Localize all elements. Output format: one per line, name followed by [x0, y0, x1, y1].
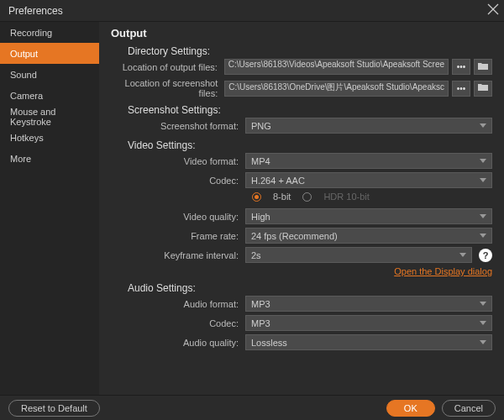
screenshot-path-label: Location of screenshot files:: [111, 78, 224, 98]
sidebar-item-recording[interactable]: Recording: [0, 22, 99, 43]
audio-quality-select[interactable]: Lossless: [245, 334, 492, 350]
sidebar-item-label: Recording: [10, 28, 52, 38]
output-path-browse-button[interactable]: [474, 59, 492, 75]
video-quality-select[interactable]: High: [245, 208, 492, 224]
output-path-more-button[interactable]: •••: [452, 59, 470, 75]
sidebar-item-output[interactable]: Output: [0, 43, 99, 64]
keyframe-label: Keyframe interval:: [111, 250, 245, 260]
main-panel: Output Directory Settings: Location of o…: [99, 22, 504, 395]
sidebar-item-mouse[interactable]: Mouse and Keystroke: [0, 106, 99, 127]
video-codec-select[interactable]: H.264 + AAC: [245, 172, 492, 188]
help-icon: ?: [483, 250, 489, 260]
sidebar-item-label: Hotkeys: [10, 133, 44, 143]
video-codec-label: Codec:: [111, 176, 245, 186]
sidebar-item-camera[interactable]: Camera: [0, 85, 99, 106]
reset-button[interactable]: Reset to Default: [8, 400, 100, 417]
video-quality-label: Video quality:: [111, 212, 245, 222]
ok-button[interactable]: OK: [386, 400, 435, 417]
bitdepth-8bit-label: 8-bit: [273, 192, 291, 202]
bitdepth-8bit-radio[interactable]: [252, 192, 261, 202]
audio-quality-label: Audio quality:: [111, 338, 245, 348]
cancel-button[interactable]: Cancel: [442, 400, 496, 417]
audio-format-select[interactable]: MP3: [245, 296, 492, 312]
sidebar-item-hotkeys[interactable]: Hotkeys: [0, 127, 99, 148]
sidebar-item-more[interactable]: More: [0, 148, 99, 169]
close-icon[interactable]: [487, 2, 499, 19]
titlebar: Preferences: [0, 0, 504, 22]
keyframe-select[interactable]: 2s: [245, 247, 472, 263]
window-title: Preferences: [8, 5, 63, 17]
sidebar-item-sound[interactable]: Sound: [0, 64, 99, 85]
output-path-label: Location of output files:: [111, 62, 224, 72]
section-screenshot-title: Screenshot Settings:: [111, 104, 492, 116]
section-audio-title: Audio Settings:: [111, 282, 492, 294]
bitdepth-hdr-label: HDR 10-bit: [323, 192, 369, 202]
screenshot-path-more-button[interactable]: •••: [452, 81, 470, 97]
frame-rate-label: Frame rate:: [111, 231, 245, 241]
screenshot-path-field[interactable]: C:\Users\86183\OneDrive\图片\Apeaksoft Stu…: [224, 81, 449, 97]
sidebar-item-label: More: [10, 154, 31, 164]
output-path-field[interactable]: C:\Users\86183\Videos\Apeaksoft Studio\A…: [224, 59, 449, 75]
folder-icon: [478, 62, 488, 72]
sidebar-item-label: Sound: [10, 70, 37, 80]
audio-codec-select[interactable]: MP3: [245, 315, 492, 331]
video-format-select[interactable]: MP4: [245, 153, 492, 169]
screenshot-format-select[interactable]: PNG: [245, 118, 492, 134]
folder-icon: [478, 83, 488, 93]
screenshot-path-browse-button[interactable]: [474, 81, 492, 97]
video-format-label: Video format:: [111, 156, 245, 166]
sidebar-item-label: Camera: [10, 91, 43, 101]
page-title: Output: [111, 27, 492, 39]
sidebar-item-label: Output: [10, 49, 38, 59]
screenshot-format-label: Screenshot format:: [111, 121, 245, 131]
more-icon: •••: [457, 62, 466, 71]
section-video-title: Video Settings:: [111, 139, 492, 151]
audio-format-label: Audio format:: [111, 299, 245, 309]
sidebar: Recording Output Sound Camera Mouse and …: [0, 22, 99, 395]
sidebar-item-label: Mouse and Keystroke: [10, 107, 99, 127]
more-icon: •••: [457, 84, 466, 93]
section-directory-title: Directory Settings:: [111, 45, 492, 57]
keyframe-help-button[interactable]: ?: [479, 249, 492, 262]
frame-rate-select[interactable]: 24 fps (Recommend): [245, 228, 492, 244]
audio-codec-label: Codec:: [111, 318, 245, 328]
open-display-dialog-link[interactable]: Open the Display dialog: [111, 266, 492, 276]
footer: Reset to Default OK Cancel: [0, 395, 504, 420]
bitdepth-hdr-radio[interactable]: [302, 192, 312, 202]
